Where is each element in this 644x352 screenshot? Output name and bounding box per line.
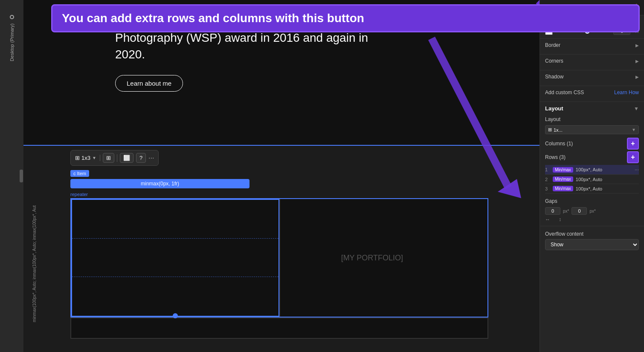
gap-v-arrows: ↕ <box>559 216 561 222</box>
layout-grid-icon: ⊞ <box>548 127 552 133</box>
row-item-text-1: 100px*, Auto <box>576 167 632 172</box>
grid-more-icon[interactable]: ··· <box>148 154 154 162</box>
minmax-badge-2: Min/max <box>553 176 573 182</box>
row-num-3: 3 <box>545 186 550 191</box>
grid-bottom-row <box>70 317 488 339</box>
grid-toolbar: ⊞ 1x3 ▼ ⊞ ⬜ ? ··· <box>70 150 159 166</box>
gap-arrows-row: ↔ ↕ <box>545 216 639 222</box>
grid-vertical-label: minmax(100px*, Auto; inmax(100px*, Auto;… <box>32 205 37 322</box>
columns-label: Columns (1) <box>545 141 573 147</box>
corners-label: Corners <box>545 58 563 64</box>
grid-btn-columns[interactable]: ⊞ <box>103 153 114 163</box>
shadow-section: Shadow ▶ <box>540 70 644 86</box>
columns-row: Columns (1) + <box>545 138 639 150</box>
shadow-row[interactable]: Shadow ▶ <box>545 74 639 80</box>
repeater-label: repeater <box>70 192 540 197</box>
row-num-1: 1 <box>545 167 550 172</box>
layout-dropdown-chevron: ▼ <box>632 127 636 132</box>
custom-css-label: Add custom CSS <box>545 89 584 95</box>
gaps-section: Gaps px* px* ↔ ↕ <box>545 197 639 222</box>
corners-row[interactable]: Corners ▶ <box>545 58 639 64</box>
corners-section: Corners ▶ <box>540 55 644 70</box>
row-item-more-1[interactable]: ··· <box>635 167 639 173</box>
layout-chevron-icon: ▼ <box>92 156 96 160</box>
shadow-arrow-icon: ▶ <box>635 75 639 79</box>
grid-layout-selector[interactable]: ⊞ 1x3 ▼ <box>75 155 100 161</box>
border-section: Border ▶ <box>540 39 644 55</box>
grid-dashed-divider-2 <box>72 277 278 277</box>
row-item-text-3: 100px*, Auto <box>576 186 639 191</box>
layout-dropdown[interactable]: ⊞ 1x... ▼ <box>545 125 639 134</box>
gaps-controls: px* px* <box>545 207 639 215</box>
overflow-select[interactable]: Show <box>545 239 639 250</box>
gaps-label: Gaps <box>545 198 557 204</box>
tooltip-text: You can add extra rows and columns with … <box>62 12 364 25</box>
tooltip-banner: You can add extra rows and columns with … <box>51 4 640 32</box>
rows-row: Rows (3) + <box>545 151 639 163</box>
grid-canvas <box>70 198 488 317</box>
c-item-badge[interactable]: c Item <box>70 170 89 177</box>
gap-horizontal-input[interactable] <box>545 207 560 215</box>
rows-label: Rows (3) <box>545 154 566 160</box>
layout-value: 1x... <box>554 127 563 133</box>
grid-dashed-divider-1 <box>72 238 278 239</box>
gap-h-unit: px* <box>563 209 569 214</box>
layout-collapse-icon[interactable]: ▼ <box>634 106 639 112</box>
desktop-indicator <box>10 15 14 19</box>
toolbar-separator <box>117 154 117 162</box>
layout-section: Layout ▼ Layout ⊞ 1x... ▼ Columns (1) + … <box>540 102 644 226</box>
sidebar-resize-handle[interactable] <box>20 170 23 182</box>
custom-css-section: Add custom CSS Learn How <box>540 86 644 102</box>
grid-layout-label: 1x3 <box>81 155 90 161</box>
shadow-label: Shadow <box>545 74 563 80</box>
layout-title: Layout <box>545 105 563 112</box>
desktop-label: Desktop (Primary) <box>9 23 15 61</box>
grid-btn-comment[interactable]: ⬜ <box>120 153 133 163</box>
left-sidebar: Desktop (Primary) <box>0 0 23 352</box>
border-arrow-icon: ▶ <box>635 43 639 48</box>
row-num-2: 2 <box>545 177 550 182</box>
row-item-2[interactable]: 2 Min/max 100px*, Auto <box>545 175 639 184</box>
layout-header: Layout ▼ <box>545 105 639 112</box>
row-item-3[interactable]: 3 Min/max 100px*, Auto <box>545 184 639 193</box>
row-item-text-2: 100px*, Auto <box>576 177 639 182</box>
layout-label: Layout <box>545 116 560 122</box>
custom-css-row: Add custom CSS Learn How <box>545 89 639 95</box>
gap-vertical-input[interactable] <box>571 207 587 215</box>
grid-icon: ⊞ <box>75 155 80 161</box>
learn-how-link[interactable]: Learn How <box>614 89 639 95</box>
layout-label-row: Layout <box>545 115 639 123</box>
grid-cell-right[interactable] <box>279 199 487 317</box>
border-row[interactable]: Border ▶ <box>545 42 639 48</box>
minmax-bar-container: minmax(0px, 1fr) <box>70 179 249 188</box>
grid-canvas-wrapper: [MY PORTFOLIO] <box>70 198 488 317</box>
grid-btn-help[interactable]: ? <box>136 153 146 163</box>
learn-about-me-button[interactable]: Learn about me <box>115 75 183 92</box>
overflow-label: Overflow content <box>545 231 583 237</box>
grid-resize-handle-bottom[interactable] <box>173 313 178 318</box>
gap-v-unit: px* <box>589 209 595 214</box>
grid-cell-left[interactable] <box>71 199 279 317</box>
gap-h-arrows: ↔ <box>545 216 550 222</box>
right-panel: Item ⚡ Background % Border ▶ Corners ▶ <box>540 0 644 352</box>
add-column-button[interactable]: + <box>627 138 639 150</box>
overflow-section: Overflow content Show <box>540 226 644 254</box>
add-row-button[interactable]: + <box>627 151 639 163</box>
grid-editor-section: minmax(100px*, Auto; inmax(100px*, Auto;… <box>23 146 540 339</box>
row-item-1[interactable]: 1 Min/max 100px*, Auto ··· <box>545 165 639 175</box>
minmax-bar[interactable]: minmax(0px, 1fr) <box>70 179 249 188</box>
canvas-area: detail, that won me the Wiltshire Social… <box>23 0 540 352</box>
minmax-badge-1: Min/max <box>553 167 573 173</box>
corners-arrow-icon: ▶ <box>635 59 639 63</box>
minmax-badge-3: Min/max <box>553 186 573 191</box>
border-label: Border <box>545 42 560 48</box>
